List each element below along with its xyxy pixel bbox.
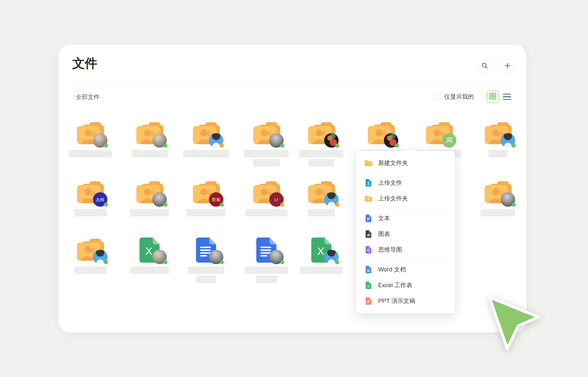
status-dot xyxy=(335,203,339,207)
shared-folder-icon xyxy=(241,180,291,205)
svg-text:P: P xyxy=(367,300,369,304)
shared-folder-grid-item[interactable] xyxy=(473,121,523,157)
filename-skeleton xyxy=(188,266,224,274)
shared-folder-icon xyxy=(356,121,406,145)
menu-item-new-ppt[interactable]: P PPT 演示文稿 xyxy=(356,293,455,309)
create-context-menu: 新建文件夹 上传文件 上传文件夹 文本 图表 xyxy=(356,151,455,313)
filename-skeleton xyxy=(488,150,507,157)
shared-folder-grid-item[interactable] xyxy=(473,180,523,216)
text-file-icon xyxy=(364,214,373,222)
menu-item-new-chart[interactable]: 图表 xyxy=(356,226,455,242)
shared-folder-grid-item[interactable] xyxy=(65,121,115,157)
menu-group: w Word 文档 x Excel 工作表 P PPT 演示文稿 xyxy=(356,260,455,311)
shared-folder-grid-item[interactable] xyxy=(296,180,346,216)
menu-item-new-folder[interactable]: 新建文件夹 xyxy=(356,155,455,171)
owner-avatar xyxy=(384,133,398,148)
shared-folder-grid-item[interactable] xyxy=(241,121,291,167)
menu-item-label: Excel 工作表 xyxy=(378,281,412,289)
owner-avatar xyxy=(501,133,515,148)
owner-avatar xyxy=(324,192,339,207)
shared-folder-grid-item[interactable] xyxy=(124,121,175,157)
shared-folder-icon xyxy=(414,121,464,145)
menu-item-upload-folder[interactable]: 上传文件夹 xyxy=(356,191,455,206)
folder-upload-icon xyxy=(364,194,373,203)
status-dot xyxy=(220,203,224,207)
svg-text:X: X xyxy=(145,245,153,257)
search-button[interactable] xyxy=(477,59,492,74)
filename-skeleton xyxy=(481,209,515,216)
owner-avatar xyxy=(152,133,167,148)
svg-text:w: w xyxy=(367,269,370,272)
filename-skeleton xyxy=(244,150,289,157)
file-upload-icon xyxy=(364,179,373,187)
filename-skeleton-line2 xyxy=(253,159,280,167)
menu-group: 上传文件 上传文件夹 xyxy=(356,173,455,209)
chart-file-icon xyxy=(364,230,373,238)
filename-skeleton xyxy=(132,150,168,157)
plus-icon xyxy=(504,62,511,70)
menu-group: 新建文件夹 xyxy=(356,153,455,173)
status-dot xyxy=(280,144,284,148)
status-dot xyxy=(220,260,224,264)
filename-skeleton xyxy=(183,150,229,157)
status-dot xyxy=(104,203,108,207)
shared-folder-icon xyxy=(241,121,291,145)
header-divider xyxy=(72,85,512,85)
add-button[interactable] xyxy=(500,59,515,74)
filename-skeleton xyxy=(69,150,112,157)
only-mine-checkbox[interactable] xyxy=(434,93,441,100)
tab-all-files[interactable]: 全部文件 xyxy=(76,93,100,101)
search-icon xyxy=(481,62,488,70)
owner-avatar xyxy=(209,250,223,264)
doc-file-grid-item[interactable] xyxy=(181,238,231,283)
status-dot xyxy=(163,260,167,264)
shared-folder-grid-item[interactable] xyxy=(124,180,175,216)
shared-folder-grid-item[interactable]: LI xyxy=(241,180,291,216)
shared-folder-icon xyxy=(124,180,175,205)
filename-skeleton xyxy=(245,209,287,216)
menu-item-label: 新建文件夹 xyxy=(378,159,408,167)
menu-item-label: PPT 演示文稿 xyxy=(378,297,415,305)
shared-group-icon xyxy=(442,133,456,148)
menu-item-label: 上传文件夹 xyxy=(378,194,408,203)
grid-view-button[interactable] xyxy=(487,90,499,103)
filename-skeleton xyxy=(299,150,344,157)
menu-item-new-excel[interactable]: x Excel 工作表 xyxy=(356,277,455,293)
shared-folder-grid-item[interactable]: 世旭 xyxy=(181,180,231,216)
owner-avatar xyxy=(324,250,339,264)
menu-item-new-text[interactable]: 文本 xyxy=(356,210,455,226)
list-view-icon xyxy=(503,94,511,100)
shared-folder-grid-item[interactable] xyxy=(65,238,115,274)
filename-skeleton xyxy=(187,209,226,216)
status-dot xyxy=(512,144,516,148)
ppt-file-icon: P xyxy=(364,297,373,305)
shared-folder-icon xyxy=(181,121,231,145)
status-dot xyxy=(220,144,224,148)
menu-item-upload-file[interactable]: 上传文件 xyxy=(356,175,455,191)
doc-file-grid-item[interactable] xyxy=(241,238,291,283)
mindmap-file-icon xyxy=(364,246,373,254)
menu-item-new-word[interactable]: w Word 文档 xyxy=(356,262,455,277)
filename-skeleton xyxy=(74,266,106,274)
only-mine-label[interactable]: 仅显示我的 xyxy=(444,93,474,101)
shared-folder-grid-item[interactable] xyxy=(181,121,231,157)
list-view-button[interactable] xyxy=(503,92,512,101)
menu-item-label: 上传文件 xyxy=(378,179,402,187)
excel-file-grid-item[interactable]: X xyxy=(124,238,175,274)
owner-avatar xyxy=(269,133,284,148)
filename-skeleton xyxy=(245,266,288,274)
shared-folder-icon xyxy=(65,180,115,205)
shared-folder-grid-item[interactable]: 志程 xyxy=(65,180,115,216)
shared-folder-grid-item[interactable] xyxy=(296,121,346,167)
status-dot xyxy=(512,203,516,207)
owner-avatar xyxy=(269,250,284,264)
doc-file-icon xyxy=(241,238,291,263)
word-file-icon: w xyxy=(364,265,373,274)
owner-badge-avatar: 志程 xyxy=(93,192,107,207)
menu-item-new-mindmap[interactable]: 思维导图 xyxy=(356,242,455,258)
owner-avatar xyxy=(209,133,223,148)
filename-skeleton xyxy=(130,209,169,216)
folder-icon xyxy=(364,159,373,167)
status-dot xyxy=(104,260,108,264)
excel-file-grid-item[interactable]: X xyxy=(296,238,346,274)
